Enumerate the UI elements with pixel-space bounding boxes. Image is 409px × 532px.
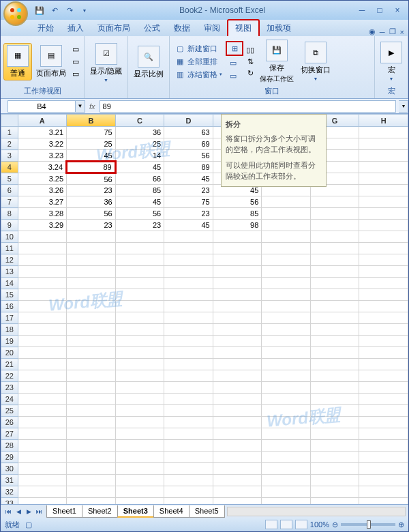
cell[interactable] bbox=[359, 463, 408, 475]
cell[interactable]: 3.23 bbox=[18, 150, 67, 162]
switch-windows-button[interactable]: ⧉ 切换窗口 ▼ bbox=[298, 40, 333, 83]
cell[interactable] bbox=[115, 452, 164, 463]
cell[interactable] bbox=[359, 428, 408, 440]
cell[interactable] bbox=[359, 452, 408, 463]
cell[interactable] bbox=[262, 243, 311, 254]
cell[interactable] bbox=[359, 312, 408, 324]
cell[interactable]: 23 bbox=[67, 185, 116, 196]
cell[interactable] bbox=[359, 417, 408, 428]
save-icon[interactable]: 💾 bbox=[33, 4, 46, 16]
row-header[interactable]: 28 bbox=[1, 440, 18, 452]
cell[interactable] bbox=[310, 278, 359, 289]
cell[interactable] bbox=[67, 463, 116, 475]
cell[interactable] bbox=[115, 301, 164, 312]
cell[interactable] bbox=[164, 475, 213, 486]
cell[interactable] bbox=[310, 359, 359, 370]
row-header[interactable]: 24 bbox=[1, 394, 18, 405]
cell[interactable] bbox=[359, 266, 408, 278]
cell[interactable] bbox=[310, 428, 359, 440]
macro-record-icon[interactable]: ▢ bbox=[25, 520, 32, 529]
cell[interactable]: 85 bbox=[213, 208, 262, 220]
column-header[interactable]: A bbox=[18, 115, 67, 127]
page-break-status-icon[interactable] bbox=[295, 520, 307, 529]
zoom-level[interactable]: 100% bbox=[310, 520, 329, 529]
cell[interactable] bbox=[67, 394, 116, 405]
cell[interactable] bbox=[310, 220, 359, 231]
cell[interactable]: 3.26 bbox=[18, 185, 67, 196]
cell[interactable] bbox=[67, 312, 116, 324]
cell[interactable] bbox=[359, 138, 408, 150]
cell[interactable] bbox=[18, 312, 67, 324]
cell[interactable] bbox=[213, 463, 262, 475]
cell[interactable] bbox=[262, 208, 311, 220]
cell[interactable]: 75 bbox=[164, 196, 213, 208]
cell[interactable] bbox=[262, 463, 311, 475]
office-button[interactable] bbox=[3, 1, 28, 26]
cell[interactable] bbox=[262, 405, 311, 417]
sheet-tab[interactable]: Sheet5 bbox=[189, 505, 225, 518]
cell[interactable] bbox=[67, 347, 116, 359]
cell[interactable] bbox=[67, 486, 116, 498]
row-header[interactable]: 16 bbox=[1, 301, 18, 312]
split-button[interactable]: ⊞ bbox=[226, 41, 243, 56]
cell[interactable] bbox=[262, 452, 311, 463]
cell[interactable] bbox=[359, 440, 408, 452]
cell[interactable] bbox=[262, 394, 311, 405]
cell[interactable] bbox=[115, 370, 164, 382]
cell[interactable] bbox=[18, 463, 67, 475]
cell[interactable] bbox=[18, 428, 67, 440]
cell[interactable]: 56 bbox=[213, 196, 262, 208]
cell[interactable] bbox=[115, 278, 164, 289]
row-header[interactable]: 8 bbox=[1, 208, 18, 220]
cell[interactable] bbox=[310, 243, 359, 254]
worksheet-grid[interactable]: 拆分 将窗口拆分为多个大小可调的空格，内含工作表视图。 可以使用此功能同时查看分… bbox=[1, 114, 408, 504]
row-header[interactable]: 19 bbox=[1, 336, 18, 347]
cell[interactable] bbox=[359, 127, 408, 138]
sheet-tab[interactable]: Sheet2 bbox=[82, 505, 118, 518]
cell[interactable] bbox=[18, 324, 67, 336]
formula-expand-icon[interactable]: ▾ bbox=[399, 100, 408, 113]
cell[interactable] bbox=[164, 301, 213, 312]
cell[interactable] bbox=[359, 324, 408, 336]
tab-insert[interactable]: 插入 bbox=[61, 20, 91, 36]
tab-review[interactable]: 审阅 bbox=[197, 20, 227, 36]
cell[interactable] bbox=[310, 463, 359, 475]
custom-view-icon[interactable]: ▭ bbox=[70, 56, 81, 67]
minimize-button[interactable]: ─ bbox=[354, 5, 370, 16]
doc-minimize-button[interactable]: ─ bbox=[380, 28, 385, 36]
cell[interactable] bbox=[115, 324, 164, 336]
tab-view[interactable]: 视图 bbox=[227, 19, 260, 36]
sheet-tab[interactable]: Sheet3 bbox=[117, 505, 154, 518]
cell[interactable] bbox=[18, 231, 67, 243]
cell[interactable] bbox=[115, 289, 164, 301]
cell[interactable]: 45 bbox=[115, 196, 164, 208]
cell[interactable]: 85 bbox=[115, 185, 164, 196]
cell[interactable] bbox=[262, 266, 311, 278]
row-header[interactable]: 26 bbox=[1, 417, 18, 428]
cell[interactable] bbox=[213, 428, 262, 440]
cell[interactable] bbox=[262, 196, 311, 208]
cell[interactable] bbox=[213, 498, 262, 505]
row-header[interactable]: 18 bbox=[1, 324, 18, 336]
cell[interactable] bbox=[262, 220, 311, 231]
cell[interactable] bbox=[310, 208, 359, 220]
tab-data[interactable]: 数据 bbox=[167, 20, 197, 36]
cell[interactable] bbox=[115, 254, 164, 266]
cell[interactable] bbox=[67, 243, 116, 254]
cell[interactable] bbox=[164, 243, 213, 254]
cell[interactable] bbox=[359, 162, 408, 173]
cell[interactable] bbox=[262, 324, 311, 336]
cell[interactable] bbox=[115, 312, 164, 324]
row-header[interactable]: 13 bbox=[1, 266, 18, 278]
cell[interactable] bbox=[115, 394, 164, 405]
cell[interactable] bbox=[18, 475, 67, 486]
cell[interactable] bbox=[115, 417, 164, 428]
fx-icon[interactable]: fx bbox=[89, 102, 95, 110]
cell[interactable] bbox=[213, 440, 262, 452]
cell[interactable] bbox=[359, 150, 408, 162]
cell[interactable]: 36 bbox=[115, 127, 164, 138]
cell[interactable] bbox=[164, 417, 213, 428]
cell[interactable]: 66 bbox=[115, 173, 164, 185]
prev-sheet-button[interactable]: ◀ bbox=[14, 507, 23, 516]
cell[interactable] bbox=[262, 370, 311, 382]
